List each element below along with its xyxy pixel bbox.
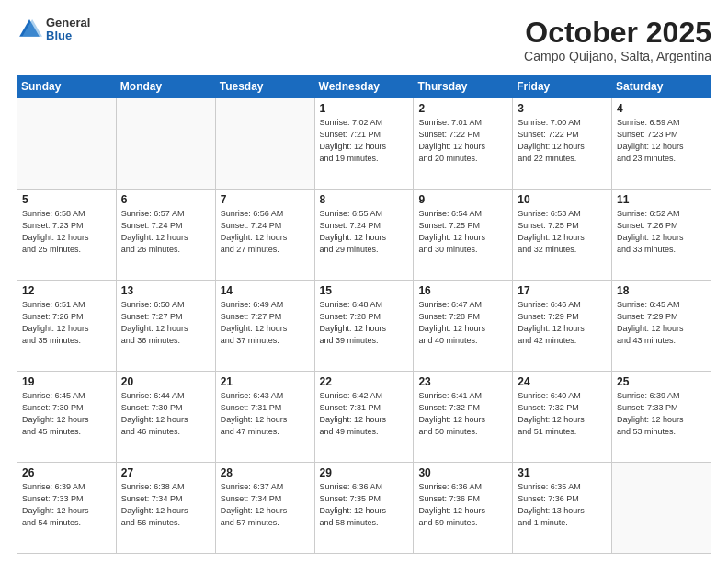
- day-number: 4: [617, 102, 706, 115]
- table-row: 27Sunrise: 6:38 AM Sunset: 7:34 PM Dayli…: [116, 463, 215, 554]
- day-number: 1: [320, 102, 409, 115]
- table-row: 30Sunrise: 6:36 AM Sunset: 7:36 PM Dayli…: [414, 463, 513, 554]
- logo: General Blue: [17, 17, 90, 43]
- table-row: 7Sunrise: 6:56 AM Sunset: 7:24 PM Daylig…: [215, 190, 314, 281]
- day-number: 6: [121, 193, 210, 206]
- day-info: Sunrise: 6:42 AM Sunset: 7:31 PM Dayligh…: [320, 390, 409, 438]
- table-row: [215, 98, 314, 190]
- table-row: 29Sunrise: 6:36 AM Sunset: 7:35 PM Dayli…: [314, 463, 414, 554]
- day-info: Sunrise: 6:55 AM Sunset: 7:24 PM Dayligh…: [320, 208, 409, 256]
- day-info: Sunrise: 6:58 AM Sunset: 7:23 PM Dayligh…: [22, 208, 111, 256]
- logo-blue-text: Blue: [46, 29, 90, 42]
- day-info: Sunrise: 6:50 AM Sunset: 7:27 PM Dayligh…: [121, 299, 210, 347]
- day-number: 30: [418, 466, 507, 479]
- day-info: Sunrise: 6:53 AM Sunset: 7:25 PM Dayligh…: [518, 208, 607, 256]
- subtitle: Campo Quijano, Salta, Argentina: [524, 49, 711, 63]
- table-row: 24Sunrise: 6:40 AM Sunset: 7:32 PM Dayli…: [513, 372, 612, 463]
- table-row: 17Sunrise: 6:46 AM Sunset: 7:29 PM Dayli…: [513, 281, 612, 372]
- day-info: Sunrise: 6:56 AM Sunset: 7:24 PM Dayligh…: [221, 208, 310, 256]
- day-number: 15: [320, 284, 409, 297]
- title-area: October 2025 Campo Quijano, Salta, Argen…: [524, 17, 711, 63]
- table-row: 1Sunrise: 7:02 AM Sunset: 7:21 PM Daylig…: [314, 98, 414, 190]
- day-info: Sunrise: 6:48 AM Sunset: 7:28 PM Dayligh…: [320, 299, 409, 347]
- calendar-week-row: 12Sunrise: 6:51 AM Sunset: 7:26 PM Dayli…: [17, 281, 711, 372]
- day-info: Sunrise: 6:38 AM Sunset: 7:34 PM Dayligh…: [121, 481, 210, 529]
- day-info: Sunrise: 6:35 AM Sunset: 7:36 PM Dayligh…: [518, 481, 607, 529]
- day-info: Sunrise: 6:43 AM Sunset: 7:31 PM Dayligh…: [221, 390, 310, 438]
- day-number: 8: [320, 193, 409, 206]
- calendar-week-row: 5Sunrise: 6:58 AM Sunset: 7:23 PM Daylig…: [17, 190, 711, 281]
- day-number: 26: [22, 466, 111, 479]
- table-row: 16Sunrise: 6:47 AM Sunset: 7:28 PM Dayli…: [414, 281, 513, 372]
- col-sunday: Sunday: [17, 75, 117, 98]
- day-number: 25: [617, 375, 706, 388]
- col-tuesday: Tuesday: [215, 75, 314, 98]
- day-number: 27: [121, 466, 210, 479]
- day-number: 22: [320, 375, 409, 388]
- table-row: 15Sunrise: 6:48 AM Sunset: 7:28 PM Dayli…: [314, 281, 414, 372]
- table-row: 4Sunrise: 6:59 AM Sunset: 7:23 PM Daylig…: [612, 98, 711, 190]
- logo-general-text: General: [46, 17, 90, 29]
- calendar-week-row: 1Sunrise: 7:02 AM Sunset: 7:21 PM Daylig…: [17, 98, 711, 190]
- day-number: 17: [518, 284, 607, 297]
- day-info: Sunrise: 6:54 AM Sunset: 7:25 PM Dayligh…: [418, 208, 507, 256]
- day-number: 5: [22, 193, 111, 206]
- main-title: October 2025: [524, 17, 711, 49]
- day-number: 9: [418, 193, 507, 206]
- table-row: 6Sunrise: 6:57 AM Sunset: 7:24 PM Daylig…: [116, 190, 215, 281]
- col-monday: Monday: [116, 75, 215, 98]
- table-row: 2Sunrise: 7:01 AM Sunset: 7:22 PM Daylig…: [414, 98, 513, 190]
- table-row: 22Sunrise: 6:42 AM Sunset: 7:31 PM Dayli…: [314, 372, 414, 463]
- day-number: 2: [418, 102, 507, 115]
- col-saturday: Saturday: [612, 75, 711, 98]
- col-friday: Friday: [513, 75, 612, 98]
- day-info: Sunrise: 6:51 AM Sunset: 7:26 PM Dayligh…: [22, 299, 111, 347]
- logo-icon: [17, 17, 42, 42]
- day-number: 20: [121, 375, 210, 388]
- day-info: Sunrise: 6:45 AM Sunset: 7:29 PM Dayligh…: [617, 299, 706, 347]
- header: General Blue October 2025 Campo Quijano,…: [17, 17, 711, 63]
- day-info: Sunrise: 6:49 AM Sunset: 7:27 PM Dayligh…: [221, 299, 310, 347]
- calendar-header-row: Sunday Monday Tuesday Wednesday Thursday…: [17, 75, 711, 98]
- logo-text: General Blue: [46, 17, 90, 43]
- day-info: Sunrise: 6:59 AM Sunset: 7:23 PM Dayligh…: [617, 117, 706, 165]
- col-thursday: Thursday: [414, 75, 513, 98]
- day-number: 19: [22, 375, 111, 388]
- table-row: 28Sunrise: 6:37 AM Sunset: 7:34 PM Dayli…: [215, 463, 314, 554]
- table-row: 25Sunrise: 6:39 AM Sunset: 7:33 PM Dayli…: [612, 372, 711, 463]
- table-row: 13Sunrise: 6:50 AM Sunset: 7:27 PM Dayli…: [116, 281, 215, 372]
- day-info: Sunrise: 7:02 AM Sunset: 7:21 PM Dayligh…: [320, 117, 409, 165]
- table-row: [612, 463, 711, 554]
- calendar-week-row: 26Sunrise: 6:39 AM Sunset: 7:33 PM Dayli…: [17, 463, 711, 554]
- table-row: 10Sunrise: 6:53 AM Sunset: 7:25 PM Dayli…: [513, 190, 612, 281]
- table-row: 19Sunrise: 6:45 AM Sunset: 7:30 PM Dayli…: [17, 372, 117, 463]
- table-row: 12Sunrise: 6:51 AM Sunset: 7:26 PM Dayli…: [17, 281, 117, 372]
- day-info: Sunrise: 6:39 AM Sunset: 7:33 PM Dayligh…: [617, 390, 706, 438]
- day-info: Sunrise: 6:36 AM Sunset: 7:36 PM Dayligh…: [418, 481, 507, 529]
- table-row: 8Sunrise: 6:55 AM Sunset: 7:24 PM Daylig…: [314, 190, 414, 281]
- table-row: 26Sunrise: 6:39 AM Sunset: 7:33 PM Dayli…: [17, 463, 117, 554]
- table-row: [116, 98, 215, 190]
- day-number: 28: [221, 466, 310, 479]
- day-info: Sunrise: 6:52 AM Sunset: 7:26 PM Dayligh…: [617, 208, 706, 256]
- table-row: 23Sunrise: 6:41 AM Sunset: 7:32 PM Dayli…: [414, 372, 513, 463]
- day-number: 13: [121, 284, 210, 297]
- day-number: 7: [221, 193, 310, 206]
- day-number: 12: [22, 284, 111, 297]
- table-row: 31Sunrise: 6:35 AM Sunset: 7:36 PM Dayli…: [513, 463, 612, 554]
- day-info: Sunrise: 6:41 AM Sunset: 7:32 PM Dayligh…: [418, 390, 507, 438]
- day-number: 18: [617, 284, 706, 297]
- table-row: 21Sunrise: 6:43 AM Sunset: 7:31 PM Dayli…: [215, 372, 314, 463]
- calendar-week-row: 19Sunrise: 6:45 AM Sunset: 7:30 PM Dayli…: [17, 372, 711, 463]
- calendar-table: Sunday Monday Tuesday Wednesday Thursday…: [17, 75, 711, 554]
- page: General Blue October 2025 Campo Quijano,…: [0, 0, 728, 563]
- day-info: Sunrise: 6:39 AM Sunset: 7:33 PM Dayligh…: [22, 481, 111, 529]
- day-info: Sunrise: 7:00 AM Sunset: 7:22 PM Dayligh…: [518, 117, 607, 165]
- day-info: Sunrise: 6:57 AM Sunset: 7:24 PM Dayligh…: [121, 208, 210, 256]
- day-number: 31: [518, 466, 607, 479]
- day-number: 14: [221, 284, 310, 297]
- table-row: 18Sunrise: 6:45 AM Sunset: 7:29 PM Dayli…: [612, 281, 711, 372]
- table-row: 14Sunrise: 6:49 AM Sunset: 7:27 PM Dayli…: [215, 281, 314, 372]
- day-info: Sunrise: 7:01 AM Sunset: 7:22 PM Dayligh…: [418, 117, 507, 165]
- day-number: 3: [518, 102, 607, 115]
